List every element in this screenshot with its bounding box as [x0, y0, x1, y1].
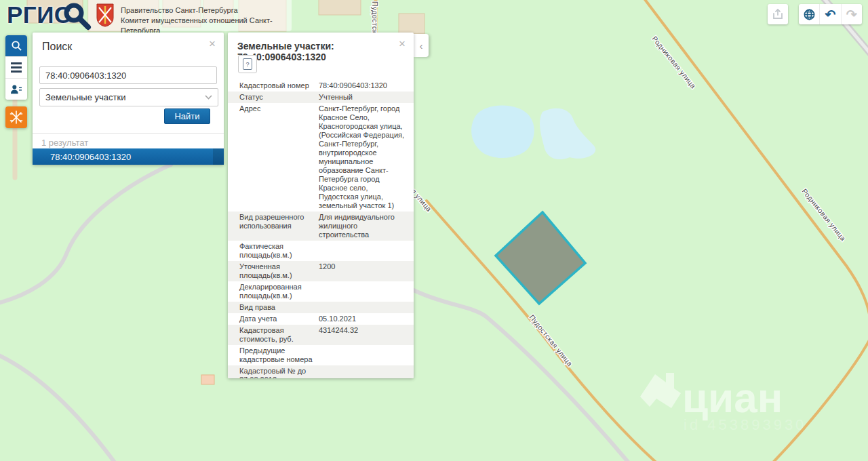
pond [471, 105, 534, 158]
spb-emblem-button[interactable] [5, 106, 27, 128]
result-row-label: 78:40:0906403:1320 [50, 152, 131, 162]
find-button[interactable]: Найти [164, 108, 210, 124]
globe-icon [803, 8, 816, 21]
table-row: Фактическая площадь(кв.м.) [228, 241, 414, 261]
table-row: Кадастровый номер78:40:0906403:1320 [228, 80, 414, 92]
redo-icon: ↷ [846, 8, 857, 21]
rgis-logo: РГИС [7, 1, 95, 33]
table-row: АдресСанкт-Петербург, город Красное Село… [228, 103, 414, 212]
row-label: Кадастровая стоимость, руб. [239, 326, 319, 344]
user-list-icon [10, 84, 22, 95]
row-label: Кадастровый номер [239, 81, 319, 90]
details-collapse-button[interactable]: ‹ [414, 34, 429, 57]
row-label: Вид права [239, 303, 319, 312]
details-close-icon[interactable]: × [399, 39, 406, 49]
row-value: 05.10.2021 [319, 315, 408, 323]
table-row: Вид права [228, 302, 414, 313]
left-toolbar [5, 35, 27, 100]
search-input[interactable] [39, 66, 217, 84]
row-value: 1200 [319, 262, 408, 280]
row-label: Кадастровый № до 27.08.2012 [239, 367, 319, 378]
table-row: Вид разрешенного использованияДля индиви… [228, 212, 414, 241]
search-close-icon[interactable]: × [209, 39, 216, 49]
table-row: Кадастровая стоимость, руб.4314244.32 [228, 325, 414, 345]
object-info-button[interactable]: ? [238, 55, 257, 73]
details-table: Кадастровый номер78:40:0906403:1320 Стат… [228, 80, 414, 378]
row-label: Фактическая площадь(кв.м.) [239, 242, 319, 260]
category-select[interactable]: Земельные участки [39, 88, 218, 106]
table-row: Дата учета05.10.2021 [228, 313, 414, 325]
row-value: Учтенный [319, 93, 408, 102]
map-nav-group: ↶ ↷ [799, 4, 862, 24]
row-value: Санкт-Петербург, город Красное Село, Кра… [319, 104, 408, 210]
spb-coat-of-arms-icon [95, 3, 115, 27]
user-list-tool-button[interactable] [5, 79, 27, 100]
row-value [319, 283, 408, 300]
government-header: Правительство Санкт-Петербурга Комитет и… [88, 0, 292, 31]
row-label: Дата учета [239, 315, 319, 323]
row-label: Статус [239, 93, 319, 102]
table-row: Кадастровый № до 27.08.2012 [228, 365, 414, 378]
search-panel: Поиск × Земельные участки Найти 1 резуль… [33, 33, 224, 165]
gov-line-1: Правительство Санкт-Петербурга [121, 5, 292, 16]
globe-button[interactable] [799, 4, 820, 24]
row-value: 4314244.32 [319, 326, 408, 344]
row-value [319, 303, 408, 312]
table-row: Декларированная площадь(кв.м.) [228, 281, 414, 302]
search-icon [11, 40, 22, 52]
export-icon [771, 7, 785, 21]
search-tool-button[interactable] [5, 35, 27, 57]
row-value [319, 367, 408, 378]
map-building-pink [201, 375, 214, 384]
rgis-magnifier-icon [62, 1, 92, 31]
undo-icon: ↶ [825, 8, 836, 21]
row-value [319, 242, 408, 260]
chevron-left-icon: ‹ [420, 40, 423, 52]
row-value: 78:40:0906403:1320 [319, 81, 408, 90]
spb-emblem-icon [9, 110, 23, 125]
row-label: Уточненная площадь(кв.м.) [239, 262, 319, 280]
category-select-value: Земельные участки [45, 92, 125, 102]
table-row: Уточненная площадь(кв.м.)1200 [228, 261, 414, 281]
undo-button[interactable]: ↶ [820, 4, 841, 24]
table-row: Предыдущие кадастровые номера [228, 345, 414, 365]
search-panel-title: Поиск [42, 41, 72, 53]
layers-tool-button[interactable] [5, 57, 27, 79]
redo-button[interactable]: ↷ [842, 4, 862, 24]
question-icon: ? [243, 58, 252, 70]
row-value [319, 346, 408, 364]
row-label: Вид разрешенного использования [239, 213, 319, 239]
chevron-down-icon [205, 95, 212, 100]
details-panel: Земельные участки: 78:40:0906403:1320 × … [228, 33, 414, 378]
export-button[interactable] [768, 4, 788, 24]
row-label: Предыдущие кадастровые номера [239, 346, 319, 364]
result-row[interactable]: 78:40:0906403:1320 [33, 148, 224, 165]
results-count: 1 результат [41, 138, 88, 148]
row-value: Для индивидуального жилищного строительс… [319, 213, 408, 239]
row-label: Декларированная площадь(кв.м.) [239, 283, 319, 300]
table-row: СтатусУчтенный [228, 92, 414, 103]
details-panel-title: Земельные участки: 78:40:0906403:1320 [237, 41, 400, 62]
layers-icon [11, 62, 22, 73]
results-separator [33, 133, 224, 134]
row-label: Адрес [239, 104, 319, 210]
